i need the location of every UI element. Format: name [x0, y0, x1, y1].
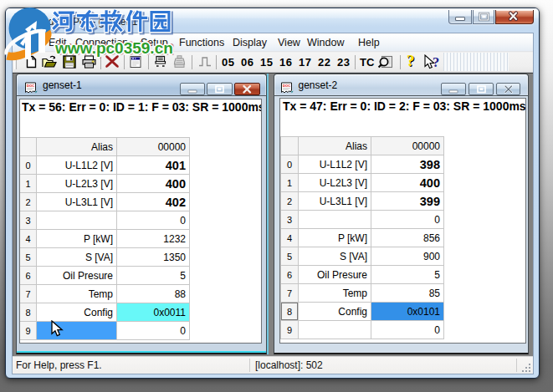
svg-text:DOC: DOC — [27, 84, 34, 88]
svg-text:?: ? — [433, 54, 439, 70]
svg-text:DOC: DOC — [283, 84, 290, 88]
svg-text:?: ? — [407, 53, 415, 69]
